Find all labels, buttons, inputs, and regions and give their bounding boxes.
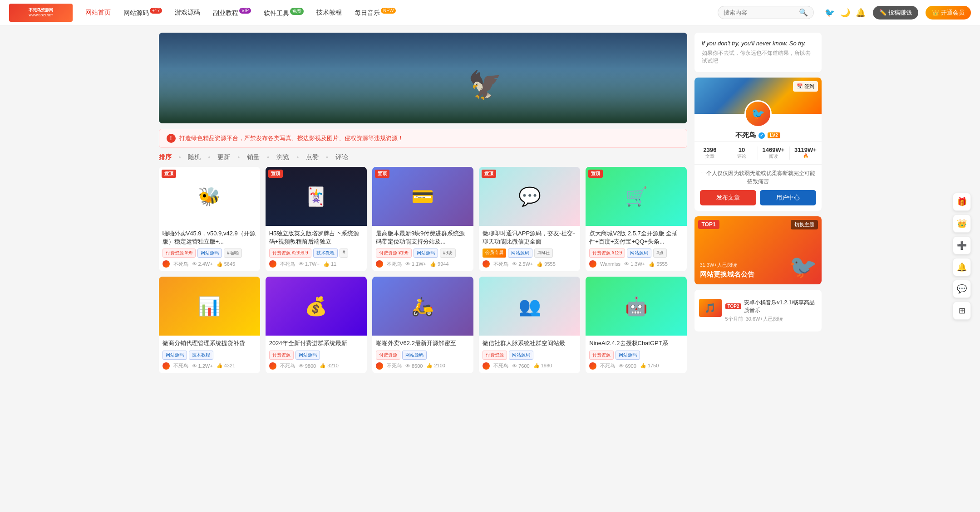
view-count: 👁 1.7W+ — [299, 261, 320, 267]
top1-banner[interactable]: 31.3W+人已阅读 网站更换域名公告 TOP1 切换主题 🐦 — [694, 216, 822, 284]
top-badge: 置顶 — [268, 170, 283, 178]
view-count: 👁 6900 — [619, 363, 636, 369]
profile-bio: 一个人仅仅因为软弱无能或优柔寡断就完全可能招致痛苦 — [694, 169, 822, 190]
nav-software[interactable]: 软件工具免费 — [258, 5, 309, 20]
author-avatar — [269, 260, 276, 268]
member-button[interactable]: 👑 开通会员 — [926, 6, 971, 20]
card-image: 置顶 🛒 — [586, 167, 687, 226]
bell-float-btn[interactable]: 🔔 — [953, 258, 971, 276]
stat-fire: 3119W+ 🔥 — [790, 146, 822, 160]
wechat-float-btn[interactable]: 💬 — [953, 280, 971, 298]
author-avatar — [483, 260, 490, 268]
author-avatar — [589, 362, 596, 370]
sign-in-button[interactable]: 📅 签到 — [793, 81, 818, 92]
author-name: 不死鸟 — [280, 362, 295, 369]
card-image: 置顶 🃏 — [266, 167, 367, 226]
card-emoji: 🛵 — [372, 277, 473, 336]
card-body: 点大商城V2版 2.5.7全开源版 全插件+百度+支付宝+QQ+头条... 付费… — [586, 226, 687, 271]
card-emoji: 📊 — [159, 277, 260, 336]
card-meta: 不死鸟 👁 1.2W+ 👍 4321 — [163, 362, 256, 370]
main-header: 不死鸟资源网WWW.BDZI.NET 网站首页 网站源码+17 游戏源码 副业教… — [0, 0, 980, 25]
top2-item[interactable]: 🎵 TOP2 安卓小橘音乐v1.2.1/畅享高品质音乐 5个月前 30.6W+人… — [699, 294, 817, 327]
card-tag: 付费资源 — [376, 351, 400, 360]
sort-tab-likes[interactable]: 点赞 — [306, 153, 319, 161]
card-tags: 付费资源 ¥129网站源码#点 — [589, 249, 683, 258]
card-10[interactable]: 🤖 NineAi2.4.2去授权ChatGPT系 付费资源网站源码 不死鸟 👁 … — [586, 277, 687, 373]
card-meta: 不死鸟 👁 1.1W+ 👍 9944 — [376, 260, 470, 268]
level-badge: LV2 — [768, 132, 780, 138]
user-center-button[interactable]: 用户中心 — [760, 190, 816, 205]
card-title: 啪啪外卖V62.2最新开源解密至 — [376, 339, 470, 347]
search-input[interactable] — [724, 9, 796, 16]
logo[interactable]: 不死鸟资源网WWW.BDZI.NET — [9, 4, 73, 22]
card-5[interactable]: 置顶 🛒 点大商城V2版 2.5.7全开源版 全插件+百度+支付宝+QQ+头条.… — [586, 167, 687, 271]
card-meta: 不死鸟 👁 6900 👍 1750 — [589, 362, 683, 370]
card-title: 2024年全新付费进群系统最新 — [269, 339, 363, 347]
moon-icon-btn[interactable]: 🌙 — [840, 8, 850, 18]
card-meta: 不死鸟 👁 9800 👍 3210 — [269, 362, 363, 370]
like-count: 👍 6555 — [649, 261, 668, 267]
card-6[interactable]: 📊 微商分销代理管理系统提货补货 网站源码技术教程 不死鸟 👁 1.2W+ 👍 … — [159, 277, 260, 373]
sort-tab-sales[interactable]: 销量 — [247, 153, 260, 161]
card-tag: 网站源码 — [197, 249, 222, 258]
gift-float-btn[interactable]: 🎁 — [953, 193, 971, 211]
card-title: 啪啪外卖V45.9，v50.9,v42.9（开源版）稳定运营独立版+... — [163, 229, 256, 246]
quote-chinese: 如果你不去试，你永远也不知道结果，所以去试试吧 — [702, 49, 814, 65]
card-2[interactable]: 置顶 🃏 H5独立版英文版塔罗牌占卜系统源码+视频教程前后端独立 付费资源 ¥2… — [266, 167, 367, 271]
nav-home[interactable]: 网站首页 — [80, 6, 116, 20]
card-meta: 不死鸟 👁 7600 👍 1980 — [483, 362, 576, 370]
view-count: 👁 1.3W+ — [624, 261, 645, 267]
author-avatar — [163, 260, 170, 268]
author-name: 不死鸟 — [387, 261, 402, 268]
grid-float-btn[interactable]: ⊞ — [953, 302, 971, 320]
nav-music[interactable]: 每日音乐NEW — [349, 5, 401, 20]
card-tag: 网站源码 — [616, 351, 640, 360]
contribute-button[interactable]: ✏️ 投稿赚钱 — [873, 6, 918, 20]
card-tag: #IM社 — [534, 249, 553, 258]
sort-tab-update[interactable]: 更新 — [217, 153, 230, 161]
bird-icon-btn[interactable]: 🐦 — [825, 8, 835, 18]
card-tag: 技术教程 — [313, 249, 338, 258]
card-7[interactable]: 💰 2024年全新付费进群系统最新 付费资源网站源码 不死鸟 👁 9800 👍 … — [266, 277, 367, 373]
card-tags: 会员专属网站源码#IM社 — [483, 249, 576, 258]
banner-eagle: 🦅 — [468, 69, 502, 101]
card-tag: 网站源码 — [627, 249, 651, 258]
author-avatar — [376, 260, 383, 268]
nav-tech[interactable]: 技术教程 — [311, 6, 347, 20]
card-tag: 付费资源 ¥2999.9 — [269, 249, 311, 258]
card-9[interactable]: 👥 微信社群人脉系统社群空间站最 付费资源网站源码 不死鸟 👁 7600 👍 1… — [479, 277, 580, 373]
crown-float-btn[interactable]: 👑 — [953, 215, 971, 233]
top2-section: 🎵 TOP2 安卓小橘音乐v1.2.1/畅享高品质音乐 5个月前 30.6W+人… — [694, 290, 822, 332]
author-name: 不死鸟 — [173, 362, 188, 369]
plus-float-btn[interactable]: ➕ — [953, 236, 971, 254]
sort-tab-comments[interactable]: 评论 — [335, 153, 348, 161]
sort-tab-order[interactable]: 排序 — [159, 153, 172, 161]
banner-bg — [159, 69, 687, 123]
nav-game-source[interactable]: 游戏源码 — [169, 6, 206, 20]
sort-tab-random[interactable]: 随机 — [188, 153, 201, 161]
nav-source-code[interactable]: 网站源码+17 — [118, 5, 167, 20]
card-8[interactable]: 🛵 啪啪外卖V62.2最新开源解密至 付费资源网站源码 不死鸟 👁 8500 👍… — [372, 277, 473, 373]
card-1[interactable]: 置顶 🐝 啪啪外卖V45.9，v50.9,v42.9（开源版）稳定运营独立版+.… — [159, 167, 260, 271]
search-button[interactable]: 🔍 — [799, 8, 808, 17]
author-avatar — [589, 260, 596, 268]
sort-tab-views[interactable]: 浏览 — [276, 153, 289, 161]
bell-icon-btn[interactable]: 🔔 — [856, 8, 866, 18]
publish-button[interactable]: 发布文章 — [700, 190, 756, 205]
author-avatar — [483, 362, 490, 370]
sidebar: If you don't try, you'll never know. So … — [694, 33, 822, 373]
avatar: 🐦 — [744, 100, 772, 127]
card-4[interactable]: 置顶 💬 微聊即时通讯APP源码，交友-社交-聊天功能比微信更全面 会员专属网站… — [479, 167, 580, 271]
card-image: 📊 — [159, 277, 260, 336]
theme-switch-button[interactable]: 切换主题 — [791, 220, 818, 229]
card-body: 微聊即时通讯APP源码，交友-社交-聊天功能比微信更全面 会员专属网站源码#IM… — [479, 226, 580, 271]
card-title: 微商分销代理管理系统提货补货 — [163, 339, 256, 347]
card-3[interactable]: 置顶 💳 最高版本最新9块9付费进群系统源码带定位功能支持分站及... 付费资源… — [372, 167, 473, 271]
nav-side-job[interactable]: 副业教程VIP — [207, 5, 256, 20]
card-meta: 不死鸟 👁 2.4W+ 👍 5645 — [163, 260, 256, 268]
notice-text: 打造绿色精品资源平台，严禁发布各类写真、擦边影视及图片、侵权资源等违规资源！ — [179, 134, 404, 142]
top2-info: TOP2 安卓小橘音乐v1.2.1/畅享高品质音乐 5个月前 30.6W+人已阅… — [725, 299, 817, 322]
like-count: 👍 1750 — [640, 363, 659, 369]
stat-comments: 10 评论 — [726, 146, 758, 160]
card-title: NineAi2.4.2去授权ChatGPT系 — [589, 339, 683, 347]
